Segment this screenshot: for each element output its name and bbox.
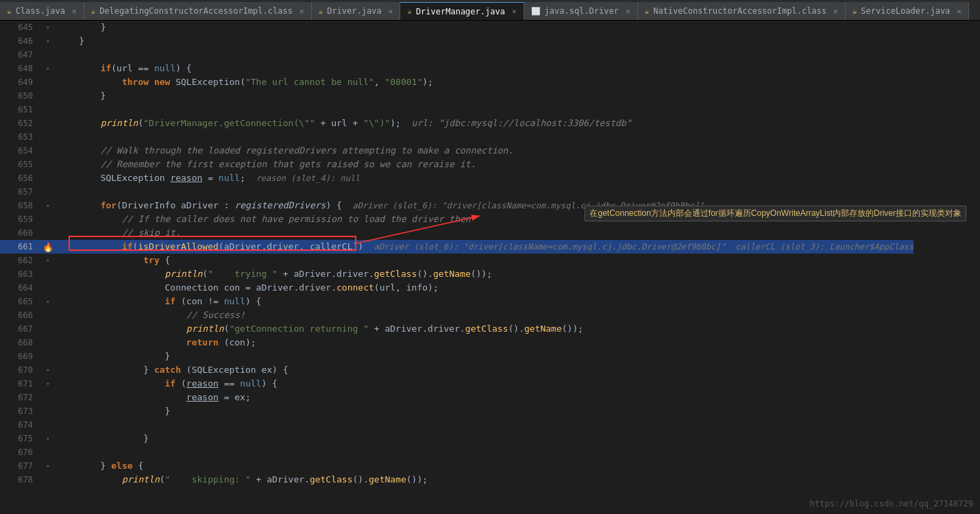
close-icon[interactable]: ✕ <box>833 7 838 16</box>
editor-area: 在getConnection方法内部会通过for循环遍历CopyOnWriteA… <box>0 21 980 514</box>
fold-icon: ▾ <box>46 435 49 442</box>
line-row: 676 <box>0 445 914 459</box>
line-row: 665 ▾ if (con != null) { <box>0 295 914 308</box>
line-row: 645 ▾ } <box>0 21 914 34</box>
line-row: 678 println(" skipping: " + aDriver.getC… <box>0 473 914 487</box>
close-icon[interactable]: ✕ <box>72 7 77 16</box>
line-row: 655 // Remember the first exception that… <box>0 158 914 171</box>
close-icon[interactable]: ✕ <box>299 7 304 16</box>
line-row: 673 } <box>0 404 914 418</box>
fold-icon: ▾ <box>46 38 49 45</box>
line-row: 656 SQLException reason = null; reason (… <box>0 171 914 185</box>
line-row: 648 ▾ if(url == null) { <box>0 62 914 75</box>
url-watermark: https://blog.csdn.net/qq_27148729 <box>810 499 973 509</box>
fold-icon: ▾ <box>46 202 49 209</box>
line-row: 662 ▾ try { <box>0 254 914 267</box>
tab-java-sql-driver[interactable]: ⬜ java.sql.Driver ✕ <box>524 2 638 20</box>
line-row: 675 ▾ } <box>0 432 914 445</box>
tab-native-constructor[interactable]: ☕ NativeConstructorAccessorImpl.class ✕ <box>638 2 846 20</box>
line-row: 663 println(" trying " + aDriver.driver.… <box>0 267 914 281</box>
fold-icon: ▾ <box>46 257 49 264</box>
fold-icon: ▾ <box>46 298 49 305</box>
line-row: 671 ▾ if (reason == null) { <box>0 377 914 391</box>
line-row: 649 throw new SQLException("The url cann… <box>0 75 914 89</box>
line-row: 652 println("DriverManager.getConnection… <box>0 117 914 130</box>
line-row: 669 } <box>0 350 914 363</box>
chinese-annotation: 在getConnection方法内部会通过for循环遍历CopyOnWriteA… <box>585 206 966 221</box>
line-row: 646 ▾ } <box>0 34 914 48</box>
tab-drivermanager-java[interactable]: ☕ DriverManager.java ✕ <box>400 2 524 20</box>
line-row: 647 <box>0 48 914 62</box>
tab-driver-java[interactable]: ☕ Driver.java ✕ <box>312 2 401 20</box>
close-icon[interactable]: ✕ <box>512 7 517 16</box>
lines-container: 645 ▾ } 646 ▾ } 647 648 ▾ if(url == null… <box>0 21 914 514</box>
close-icon[interactable]: ✕ <box>957 7 961 16</box>
line-row: 672 reason = ex; <box>0 391 914 404</box>
line-row: 657 <box>0 185 914 199</box>
line-row: 664 Connection con = aDriver.driver.conn… <box>0 281 914 295</box>
line-row: 670 ▾ } catch (SQLException ex) { <box>0 363 914 377</box>
line-row: 651 <box>0 103 914 117</box>
line-row: 660 // skip it. <box>0 226 914 240</box>
close-icon[interactable]: ✕ <box>626 7 630 16</box>
tab-class-java[interactable]: ☕ Class.java ✕ <box>0 2 84 20</box>
fold-icon: ▾ <box>46 463 49 469</box>
line-row: 667 println("getConnection returning " +… <box>0 322 914 336</box>
line-row: 666 // Success! <box>0 308 914 322</box>
tab-delegating[interactable]: ☕ DelegatingConstructorAccessorImpl.clas… <box>84 2 312 20</box>
line-row: 677 ▾ } else { <box>0 459 914 473</box>
line-row: 654 // Walk through the loaded registere… <box>0 144 914 158</box>
fold-icon: ▾ <box>46 65 49 72</box>
fold-icon: ▾ <box>46 380 49 387</box>
close-icon[interactable]: ✕ <box>389 7 393 16</box>
line-row: 674 <box>0 418 914 432</box>
flame-icon: 🔥 <box>42 242 53 252</box>
tab-bar: ☕ Class.java ✕ ☕ DelegatingConstructorAc… <box>0 0 980 21</box>
fold-icon: ▾ <box>46 367 49 374</box>
line-row: 653 <box>0 130 914 144</box>
fold-icon: ▾ <box>46 24 49 31</box>
line-row: 668 return (con); <box>0 336 914 350</box>
line-row: 650 } <box>0 89 914 103</box>
tab-serviceloader[interactable]: ☕ ServiceLoader.java ✕ <box>846 2 969 20</box>
line-row-highlighted: 661 🔥 if(isDriverAllowed(aDriver.driver,… <box>0 240 914 254</box>
